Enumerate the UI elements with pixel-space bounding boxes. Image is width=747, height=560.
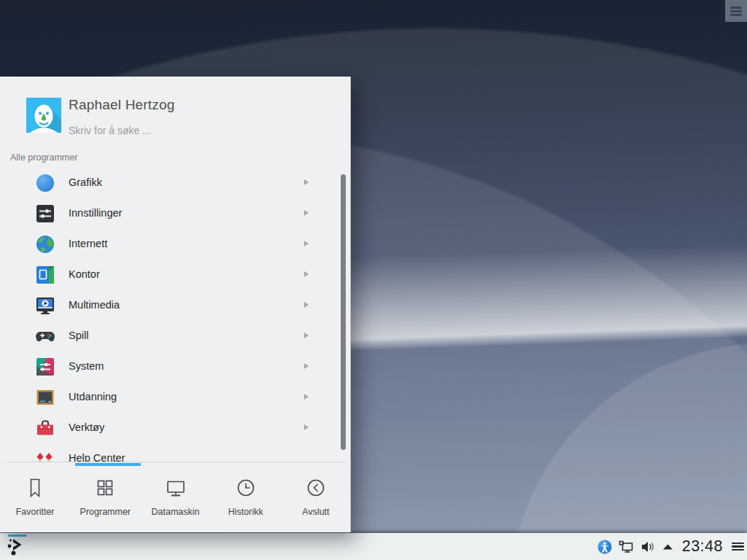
section-label-all-programs: Alle programmer: [10, 152, 77, 163]
scrollbar-handle[interactable]: [341, 174, 346, 450]
tab-avslutt[interactable]: Avslutt: [281, 462, 351, 532]
submenu-arrow-icon: [304, 210, 309, 216]
active-task-indicator: [8, 534, 26, 537]
system-settings-icon: [35, 357, 55, 377]
submenu-arrow-icon: [304, 394, 309, 400]
category-label: Internett: [69, 238, 107, 249]
launcher-tabbar: Favoritter Programmer: [0, 462, 351, 532]
category-label: Verktøy: [69, 421, 104, 433]
system-tray: 23:48: [597, 533, 743, 560]
submenu-arrow-icon: [304, 179, 309, 185]
category-system[interactable]: System: [0, 351, 351, 382]
tab-datamaskin[interactable]: Datamaskin: [140, 462, 210, 532]
leave-icon: [305, 475, 327, 500]
tab-favoritter[interactable]: Favoritter: [0, 462, 70, 532]
desktop[interactable]: Raphael Hertzog Skriv for å søke ... All…: [0, 0, 747, 560]
panel-hamburger-icon[interactable]: [732, 541, 743, 553]
category-grafikk[interactable]: Grafikk: [0, 168, 351, 198]
submenu-arrow-icon: [304, 241, 309, 246]
network-icon[interactable]: [619, 540, 634, 554]
caret-up-icon[interactable]: [662, 543, 673, 551]
blackboard-icon: [35, 387, 55, 408]
category-label: Spill: [69, 330, 88, 341]
help-center-icon: [35, 448, 55, 462]
search-input[interactable]: Skriv for å søke ...: [69, 125, 309, 142]
volume-icon[interactable]: [640, 540, 656, 554]
tab-historikk[interactable]: Historikk: [211, 462, 281, 532]
computer-icon: [165, 475, 187, 500]
tab-label: Favoritter: [16, 507, 55, 517]
tab-label: Historikk: [228, 507, 263, 517]
category-spill[interactable]: Spill: [0, 321, 351, 351]
category-label: Kontor: [69, 268, 100, 280]
settings-sliders-icon: [35, 203, 55, 224]
toolbox-icon: [35, 418, 55, 438]
user-name: Raphael Hertzog: [69, 97, 175, 113]
user-avatar[interactable]: [26, 98, 61, 133]
desktop-toolbox-button[interactable]: [725, 0, 747, 22]
submenu-arrow-icon: [304, 271, 309, 277]
item-help-center[interactable]: Help Center: [0, 443, 351, 462]
history-clock-icon: [235, 475, 257, 500]
submenu-arrow-icon: [304, 363, 309, 369]
category-utdanning[interactable]: Utdanning: [0, 382, 351, 413]
category-kontor[interactable]: Kontor: [0, 260, 351, 290]
accessibility-icon[interactable]: [597, 540, 612, 554]
kali-launcher-button[interactable]: [3, 534, 28, 559]
clock[interactable]: 23:48: [682, 537, 723, 556]
hamburger-icon: [730, 5, 742, 18]
category-list: Grafikk Innstillinger: [0, 168, 351, 462]
submenu-arrow-icon: [304, 332, 309, 338]
submenu-arrow-icon: [304, 424, 309, 430]
tab-label: Datamaskin: [152, 507, 200, 517]
user-face-icon: [26, 98, 61, 133]
globe-icon: [35, 234, 55, 254]
category-internett[interactable]: Internett: [0, 229, 351, 260]
tab-label: Avslutt: [302, 507, 329, 517]
active-tab-indicator: [75, 463, 141, 466]
bookmark-icon: [24, 475, 46, 500]
category-innstillinger[interactable]: Innstillinger: [0, 198, 351, 229]
gamepad-icon: [35, 326, 55, 346]
application-launcher-menu: Raphael Hertzog Skriv for å søke ... All…: [0, 77, 351, 532]
category-label: Utdanning: [69, 391, 117, 402]
apps-grid-icon: [94, 475, 116, 500]
submenu-arrow-icon: [304, 302, 309, 308]
category-label: Grafikk: [69, 176, 102, 188]
tab-programmer[interactable]: Programmer: [70, 462, 140, 532]
tab-label: Programmer: [80, 507, 131, 517]
category-verktoy[interactable]: Verktøy: [0, 413, 351, 443]
graphics-sphere-icon: [35, 173, 55, 193]
taskbar: 23:48: [0, 533, 747, 560]
kali-logo-icon: [6, 537, 26, 556]
category-label: System: [69, 360, 104, 372]
office-document-icon: [35, 265, 55, 285]
category-label: Multimedia: [69, 299, 120, 311]
media-player-icon: [35, 295, 55, 316]
category-label: Help Center: [69, 452, 125, 462]
category-label: Innstillinger: [69, 207, 122, 219]
category-multimedia[interactable]: Multimedia: [0, 290, 351, 321]
